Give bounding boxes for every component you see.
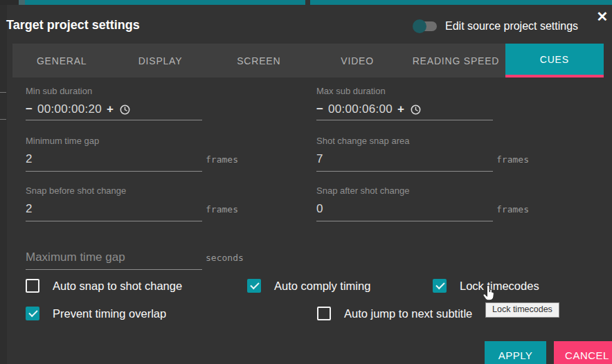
checkbox-auto-jump-to-next-subtitle[interactable]: Auto jump to next subtitle [317, 305, 472, 322]
checkbox-box[interactable] [317, 307, 331, 320]
field-label: Snap after shot change [316, 185, 529, 196]
checkbox-auto-comply-timing[interactable]: Auto comply timing [247, 277, 370, 294]
checkbox-label: Auto snap to shot change [53, 280, 182, 293]
checkbox-box[interactable] [26, 307, 39, 320]
field-label: Max sub duration [316, 86, 493, 96]
app-top-bar [0, 0, 612, 5]
unit-label: frames [206, 204, 238, 215]
checkbox-prevent-timing-overlap[interactable]: Prevent timing overlap [26, 305, 166, 322]
tab-cues[interactable]: CUES [505, 44, 604, 78]
tooltip: Lock timecodes [485, 302, 559, 318]
target-project-settings-dialog: Target project settings Edit source proj… [0, 0, 612, 364]
checkbox-box[interactable] [26, 279, 39, 293]
field-label: Snap before shot change [26, 185, 238, 196]
tab-video[interactable]: VIDEO [308, 44, 406, 78]
timecode-value[interactable]: 00:00:00:20 [37, 102, 102, 116]
clock-icon[interactable] [411, 104, 421, 115]
decrement-minus-icon[interactable]: − [26, 104, 33, 114]
app-top-bar-tab-divider [305, 0, 310, 5]
snap-before-shot-change-field: Snap before shot change 2 frames [26, 185, 238, 221]
checkbox-box[interactable] [433, 279, 447, 293]
field-label: Shot change snap area [316, 136, 529, 146]
unit-label: frames [496, 204, 529, 215]
app-top-bar-left-segment [0, 0, 19, 5]
background-ruler [0, 5, 7, 364]
timecode-value[interactable]: 00:00:06:00 [328, 102, 393, 116]
unit-label: frames [206, 154, 238, 165]
apply-button[interactable]: APPLY [485, 341, 546, 364]
ruler-tick [0, 119, 6, 120]
cancel-button[interactable]: CANCEL [554, 341, 612, 364]
checkbox-label: Auto jump to next subtitle [344, 307, 472, 320]
edit-source-toggle-label: Edit source project settings [445, 20, 578, 33]
snap-after-shot-change-field: Snap after shot change 0 frames [316, 185, 529, 221]
min-sub-duration-field: Min sub duration − 00:00:00:20 + [26, 86, 202, 120]
dialog-title: Target project settings [6, 18, 140, 33]
minimum-time-gap-input[interactable]: 2 [26, 152, 202, 172]
tab-display[interactable]: DISPLAY [111, 44, 209, 78]
clock-icon[interactable] [120, 104, 130, 115]
tab-reading-speed[interactable]: READING SPEED [406, 44, 505, 78]
snap-after-shot-change-input[interactable]: 0 [316, 202, 493, 221]
maximum-time-gap-field: Maximum time gap seconds [26, 251, 244, 270]
edit-source-toggle[interactable] [414, 21, 437, 31]
checkbox-box[interactable] [247, 279, 261, 293]
tab-screen[interactable]: SCREEN [210, 44, 308, 78]
unit-label: frames [496, 154, 529, 165]
max-sub-duration-input[interactable]: − 00:00:06:00 + [316, 102, 493, 120]
app-top-bar-notch [19, 0, 25, 5]
shot-change-snap-area-input[interactable]: 7 [316, 152, 493, 172]
checkbox-label: Prevent timing overlap [53, 307, 166, 320]
edit-source-toggle-row: Edit source project settings [414, 19, 578, 34]
settings-tabbar: GENERAL DISPLAY SCREEN VIDEO READING SPE… [12, 44, 604, 78]
minimum-time-gap-field: Minimum time gap 2 frames [26, 136, 238, 172]
decrement-minus-icon[interactable]: − [316, 104, 323, 114]
unit-label: seconds [206, 253, 244, 263]
snap-before-shot-change-input[interactable]: 2 [26, 202, 202, 221]
checkbox-label: Auto comply timing [274, 280, 370, 293]
checkbox-auto-snap-to-shot-change[interactable]: Auto snap to shot change [26, 277, 182, 294]
maximum-time-gap-input[interactable]: Maximum time gap [26, 251, 202, 270]
field-label: Minimum time gap [26, 136, 238, 146]
checkbox-label: Lock timecodes [460, 280, 539, 293]
field-label: Min sub duration [26, 86, 202, 96]
toggle-knob[interactable] [413, 19, 426, 33]
close-icon[interactable]: ✕ [593, 8, 611, 26]
increment-plus-icon[interactable]: + [107, 104, 114, 114]
increment-plus-icon[interactable]: + [397, 104, 404, 114]
checkbox-lock-timecodes[interactable]: Lock timecodes [433, 277, 539, 294]
ruler-tick [0, 92, 6, 93]
tab-general[interactable]: GENERAL [12, 44, 111, 78]
min-sub-duration-input[interactable]: − 00:00:00:20 + [26, 102, 202, 120]
shot-change-snap-area-field: Shot change snap area 7 frames [316, 136, 529, 172]
max-sub-duration-field: Max sub duration − 00:00:06:00 + [316, 86, 493, 120]
